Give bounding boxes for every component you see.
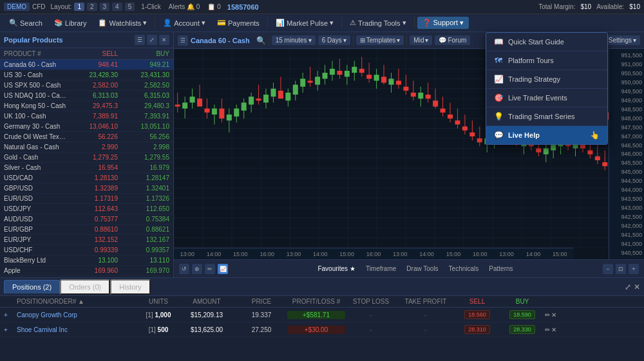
dropdown-platform-tours[interactable]: 🗺 Platform Tours <box>486 51 607 70</box>
panel-close-btn[interactable]: ✕ <box>159 35 169 45</box>
sell-price: 169.960 <box>66 267 118 274</box>
edit-pos-btn[interactable]: ✏ <box>545 311 550 319</box>
col-buy: BUY <box>118 50 169 57</box>
buy-price: 6,315.03 <box>118 92 169 99</box>
tab-history[interactable]: History <box>110 279 150 295</box>
yaxis-label: 950,000 <box>611 79 642 86</box>
toolbar-sep-1 <box>269 35 269 46</box>
product-row[interactable]: Hong Kong 50 - Cash 29,475.3 29,480.3 <box>0 101 173 111</box>
product-row[interactable]: Crude Oil West Texas - Cash 56.226 56.25… <box>0 132 173 142</box>
dropdown-trading-smart-series[interactable]: 💡 Trading Smart Series <box>486 107 607 126</box>
forum-btn[interactable]: 💬 Forum <box>435 35 470 45</box>
xaxis-label: 14:00 <box>520 251 546 257</box>
sell-btn[interactable]: 18.560 <box>464 310 490 319</box>
dropdown-live-help[interactable]: 💬 Live Help 👆 <box>486 126 607 144</box>
chart-menu-btn[interactable]: ☰ <box>178 35 188 46</box>
favourites-btn[interactable]: Favourites ★ <box>314 263 359 274</box>
refresh-btn[interactable]: ↺ <box>179 264 189 274</box>
search-icon[interactable]: 🔍 <box>256 36 266 45</box>
range-btn[interactable]: 6 Days ▾ <box>318 35 350 45</box>
product-row[interactable]: UK 100 - Cash 7,389.91 7,393.91 <box>0 111 173 122</box>
product-row[interactable]: AUD/USD 0.75377 0.75384 <box>0 214 173 225</box>
close-pos-btn[interactable]: ✕ <box>551 311 556 319</box>
product-name: Gold - Cash <box>4 154 66 161</box>
bottom-expand-btn[interactable]: ⤢ <box>625 282 631 292</box>
sell-price: 13.100 <box>66 257 118 264</box>
product-row[interactable]: EUR/GBP 0.88610 0.88621 <box>0 225 173 235</box>
dropdown-trading-strategy[interactable]: 📈 Trading Strategy <box>486 70 607 89</box>
nav-library[interactable]: 📚 Library <box>49 17 92 29</box>
tab-4[interactable]: 4 <box>112 3 122 11</box>
buy-price: 0.75384 <box>118 216 169 223</box>
timeframe-btn[interactable]: 15 minutes ▾ <box>272 35 316 45</box>
products-header: PRODUCT # SELL BUY <box>0 48 173 60</box>
templates-btn[interactable]: ⊞ Templates ▾ <box>356 35 404 45</box>
mid-btn[interactable]: Mid ▾ <box>410 35 432 45</box>
pos-stoploss: - <box>345 326 397 333</box>
sell-btn[interactable]: 28.310 <box>464 325 490 334</box>
xaxis-label: 14:00 <box>413 251 440 257</box>
product-row[interactable]: BlackBerry Ltd 13.100 13.110 <box>0 255 173 266</box>
buy-price: 56.256 <box>118 133 169 140</box>
buy-btn[interactable]: 18.590 <box>509 310 535 319</box>
draw-btn[interactable]: ✏ <box>205 264 215 274</box>
nav-support[interactable]: ❓ Support ▾ <box>417 17 469 29</box>
close-pos-btn[interactable]: ✕ <box>551 326 556 333</box>
product-row[interactable]: Natural Gas - Cash 2.990 2.998 <box>0 142 173 153</box>
nav-sep-2 <box>267 17 268 29</box>
product-row[interactable]: Canada 60 - Cash 948.41 949.21 <box>0 60 173 70</box>
product-row[interactable]: EUR/JPY 132.152 132.167 <box>0 235 173 245</box>
patterns-btn[interactable]: Patterns <box>485 263 516 274</box>
draw-tools-btn[interactable]: Draw Tools <box>402 263 442 274</box>
product-row[interactable]: USD/CAD 1.28130 1.28147 <box>0 173 173 183</box>
row-expand-btn[interactable]: + <box>4 326 17 333</box>
sell-price: 29,475.3 <box>66 102 118 109</box>
zoom-out-btn[interactable]: − <box>603 264 613 274</box>
nav-search[interactable]: 🔍 Search <box>4 17 48 29</box>
zoom-in-btn[interactable]: + <box>629 264 639 274</box>
toolbar-sep-3 <box>406 35 407 46</box>
dropdown-live-trader-events[interactable]: 🎯 Live Trader Events <box>486 89 607 107</box>
trend-btn[interactable]: 📈 <box>218 264 228 274</box>
product-row[interactable]: Silver - Cash 16.954 16.979 <box>0 163 173 173</box>
tab-orders[interactable]: Orders (0) <box>60 279 110 295</box>
buy-btn[interactable]: 28.330 <box>509 325 535 334</box>
technicals-btn[interactable]: Technicals <box>445 263 483 274</box>
nav-trading-tools[interactable]: ⚠ Trading Tools ▾ <box>345 17 411 29</box>
nav-market-pulse[interactable]: 📊 Market Pulse ▾ <box>270 17 339 29</box>
nav-watchlists[interactable]: 📋 Watchlists ▾ <box>93 17 152 29</box>
product-row[interactable]: USD/CHF 0.99339 0.99357 <box>0 245 173 255</box>
dropdown-quick-start[interactable]: 📖 Quick Start Guide <box>486 33 607 51</box>
product-row[interactable]: USD/JPY 112.643 112.650 <box>0 204 173 214</box>
pos-row-actions: ✏ ✕ <box>545 311 564 319</box>
product-row[interactable]: US NDAQ 100 - Cash 6,313.03 6,315.03 <box>0 91 173 101</box>
available-label: Available: <box>596 3 624 10</box>
buy-price: 949.21 <box>118 61 169 68</box>
crosshair-btn[interactable]: ⊕ <box>192 264 202 274</box>
tab-5[interactable]: 5 <box>125 3 135 11</box>
tab-3[interactable]: 3 <box>100 3 110 11</box>
tab-2[interactable]: 2 <box>87 3 97 11</box>
positions-header: POSITION/ORDER# ▲ UNITS AMOUNT PRICE PRO… <box>0 296 644 308</box>
row-expand-btn[interactable]: + <box>4 311 17 319</box>
panel-expand-btn[interactable]: ⤢ <box>147 35 157 45</box>
pos-units-bracket: [1] 1,000 <box>139 311 178 319</box>
product-row[interactable]: GBP/USD 1.32389 1.32401 <box>0 183 173 194</box>
tab-1[interactable]: 1 <box>74 3 84 11</box>
pos-units-bracket: [1] 500 <box>139 326 178 333</box>
product-row[interactable]: US 30 - Cash 23,428.30 23,431.30 <box>0 70 173 80</box>
edit-pos-btn[interactable]: ✏ <box>545 326 550 333</box>
nav-payments[interactable]: 💳 Payments <box>212 17 265 29</box>
timeframe-bottom-btn[interactable]: Timeframe <box>362 263 400 274</box>
product-row[interactable]: Germany 30 - Cash 13,046.10 13,051.10 <box>0 122 173 132</box>
panel-menu-btn[interactable]: ☰ <box>135 35 145 45</box>
product-row[interactable]: EUR/USD 1.17319 1.17326 <box>0 194 173 204</box>
product-row[interactable]: US SPX 500 - Cash 2,582.00 2,582.50 <box>0 80 173 91</box>
product-row[interactable]: Apple 169.960 169.970 <box>0 266 173 276</box>
nav-account[interactable]: 👤 Account ▾ <box>158 17 211 29</box>
tab-positions[interactable]: Positions (2) <box>4 280 60 293</box>
bottom-close-btn[interactable]: ✕ <box>634 282 640 292</box>
pos-row-actions: ✏ ✕ <box>545 326 564 333</box>
product-row[interactable]: Gold - Cash 1,279.25 1,279.55 <box>0 153 173 163</box>
zoom-fit-btn[interactable]: ⊡ <box>616 264 626 274</box>
